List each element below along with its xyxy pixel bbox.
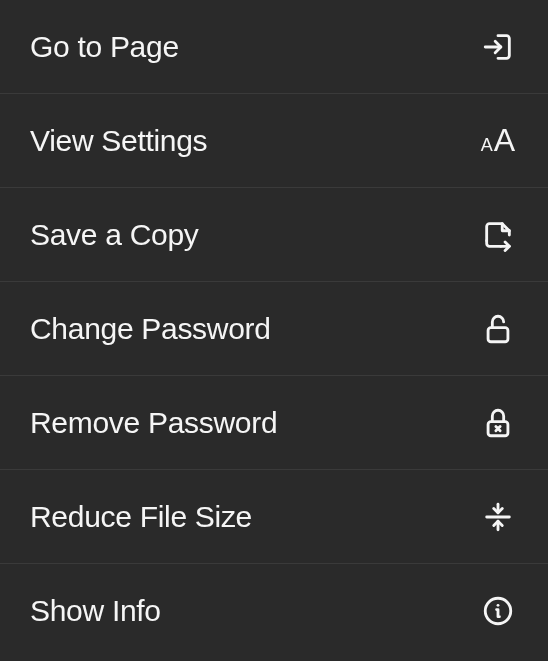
page-arrow-icon [478, 27, 518, 67]
show-info-item[interactable]: Show Info [0, 564, 548, 658]
reduce-file-size-item[interactable]: Reduce File Size [0, 470, 548, 564]
menu-item-label: View Settings [30, 124, 207, 158]
info-icon [478, 591, 518, 631]
menu-item-label: Go to Page [30, 30, 179, 64]
text-size-icon: AA [478, 121, 518, 161]
save-export-icon [478, 215, 518, 255]
lock-x-icon [478, 403, 518, 443]
action-menu: Go to Page View Settings AA Save a Copy [0, 0, 548, 658]
save-a-copy-item[interactable]: Save a Copy [0, 188, 548, 282]
go-to-page-item[interactable]: Go to Page [0, 0, 548, 94]
menu-item-label: Reduce File Size [30, 500, 252, 534]
menu-item-label: Save a Copy [30, 218, 198, 252]
menu-item-label: Remove Password [30, 406, 277, 440]
change-password-item[interactable]: Change Password [0, 282, 548, 376]
view-settings-item[interactable]: View Settings AA [0, 94, 548, 188]
menu-item-label: Show Info [30, 594, 161, 628]
compress-icon [478, 497, 518, 537]
unlock-icon [478, 309, 518, 349]
remove-password-item[interactable]: Remove Password [0, 376, 548, 470]
menu-item-label: Change Password [30, 312, 271, 346]
svg-rect-0 [488, 327, 508, 341]
